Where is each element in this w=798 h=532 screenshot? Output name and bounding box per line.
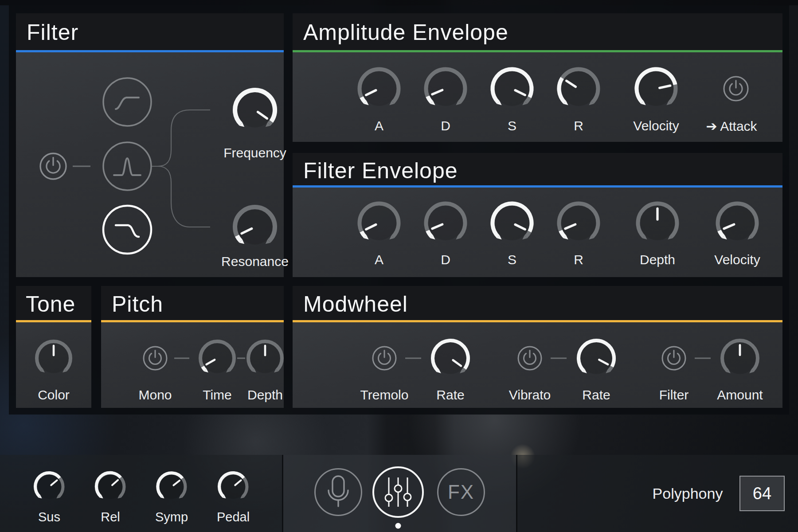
instrument-performance-view: Filter Frequency Resonance Amplitude Env… <box>0 0 798 532</box>
filter-title: Filter <box>27 20 78 45</box>
pitch-depth-knob[interactable] <box>245 338 286 379</box>
mic-page-button[interactable] <box>314 468 362 516</box>
pitch-mono-toggle[interactable] <box>142 345 168 371</box>
mixer-page-button[interactable] <box>372 466 424 518</box>
fx-page-button[interactable]: FX <box>437 468 485 516</box>
velocity-to-attack-toggle[interactable] <box>723 75 749 102</box>
fenv-decay-knob[interactable] <box>422 200 469 246</box>
amplitude-envelope-title: Amplitude Envelope <box>303 20 509 45</box>
amp-velocity-knob[interactable] <box>633 66 680 112</box>
modwheel-filter-label: Filter <box>659 387 689 403</box>
fx-label: FX <box>448 481 474 503</box>
velocity-to-attack-label: ➔ Attack <box>706 118 757 134</box>
modwheel-tremolo-rate-knob[interactable] <box>429 337 472 379</box>
fenv-attack-label: A <box>375 252 383 267</box>
modwheel-filter-amount-label: Amount <box>717 387 763 403</box>
filter-resonance-knob[interactable] <box>231 203 279 251</box>
amp-release-label: R <box>574 118 583 133</box>
arrow-icon: ➔ <box>706 119 717 133</box>
filter-output-brace <box>152 110 210 227</box>
amp-sustain-knob[interactable] <box>489 66 536 112</box>
amp-release-knob[interactable] <box>555 66 602 112</box>
bar-divider <box>282 455 283 532</box>
pitch-time-label: Time <box>203 387 232 403</box>
modwheel-tremolo-toggle[interactable] <box>372 345 397 371</box>
filter-resonance-label: Resonance <box>221 254 289 269</box>
filter-type-lowpass-button[interactable] <box>103 206 151 254</box>
highpass-icon <box>116 98 139 109</box>
pedal-knob[interactable] <box>216 470 250 504</box>
connector-dash <box>695 358 711 359</box>
top-strip <box>0 0 798 5</box>
sustain-knob[interactable] <box>32 470 66 504</box>
modwheel-vibrato-rate-label: Rate <box>582 387 610 403</box>
amp-attack-label: A <box>375 118 383 133</box>
polyphony-value: 64 <box>753 484 771 503</box>
filter-type-highpass-button[interactable] <box>103 78 151 126</box>
pitch-title: Pitch <box>112 291 163 317</box>
polyphony-value-box[interactable]: 64 <box>739 476 785 511</box>
fenv-velocity-label: Velocity <box>714 252 760 267</box>
sustain-label: Sus <box>38 510 60 524</box>
fenv-sustain-knob[interactable] <box>489 200 536 246</box>
lowpass-icon <box>116 225 139 237</box>
pitch-time-knob[interactable] <box>197 338 238 379</box>
modwheel-vibrato-toggle[interactable] <box>517 345 543 371</box>
tone-color-label: Color <box>38 387 70 403</box>
sympathetic-label: Symp <box>155 510 188 524</box>
modwheel-tremolo-label: Tremolo <box>360 387 409 403</box>
fenv-velocity-knob[interactable] <box>714 200 761 246</box>
fenv-sustain-label: S <box>508 252 516 267</box>
connector-dash <box>405 358 421 359</box>
polyphony-label: Polyphony <box>653 485 723 502</box>
amp-decay-label: D <box>441 118 450 133</box>
modwheel-filter-amount-knob[interactable] <box>719 337 761 379</box>
filter-type-bandpass-button[interactable] <box>103 142 151 190</box>
release-knob[interactable] <box>94 470 128 504</box>
pitch-mono-label: Mono <box>138 387 172 403</box>
filter-frequency-label: Frequency <box>223 145 286 160</box>
filter-power-toggle[interactable] <box>39 152 67 180</box>
mic-icon <box>323 474 354 510</box>
bar-divider <box>516 455 517 532</box>
page-indicator-dot <box>395 523 401 529</box>
bandpass-icon <box>114 158 141 175</box>
filter-envelope-title: Filter Envelope <box>303 158 458 184</box>
tone-color-knob[interactable] <box>33 338 74 379</box>
pedal-label: Pedal <box>217 510 250 524</box>
modwheel-vibrato-label: Vibrato <box>509 387 551 403</box>
pitch-depth-label: Depth <box>247 387 283 403</box>
fenv-decay-label: D <box>441 252 450 267</box>
modwheel-tremolo-rate-label: Rate <box>436 387 464 403</box>
amp-sustain-label: S <box>508 118 516 133</box>
filter-frequency-knob[interactable] <box>231 86 279 134</box>
modwheel-title: Modwheel <box>303 291 408 317</box>
tone-title: Tone <box>26 291 75 317</box>
connector-dash <box>551 358 567 359</box>
modwheel-vibrato-rate-knob[interactable] <box>575 337 618 379</box>
mixer-icon <box>379 473 417 511</box>
fenv-depth-label: Depth <box>640 252 675 267</box>
amp-attack-knob[interactable] <box>356 66 403 112</box>
modwheel-filter-toggle[interactable] <box>661 345 687 371</box>
amp-decay-knob[interactable] <box>422 66 469 112</box>
amp-velocity-label: Velocity <box>633 118 679 133</box>
release-label: Rel <box>101 510 120 524</box>
fenv-release-label: R <box>574 252 583 267</box>
fenv-attack-knob[interactable] <box>356 200 403 246</box>
fenv-release-knob[interactable] <box>555 200 602 246</box>
sympathetic-knob[interactable] <box>155 470 189 504</box>
connector-dash <box>237 358 245 359</box>
fenv-depth-knob[interactable] <box>634 200 681 246</box>
connector-dash <box>174 358 189 359</box>
